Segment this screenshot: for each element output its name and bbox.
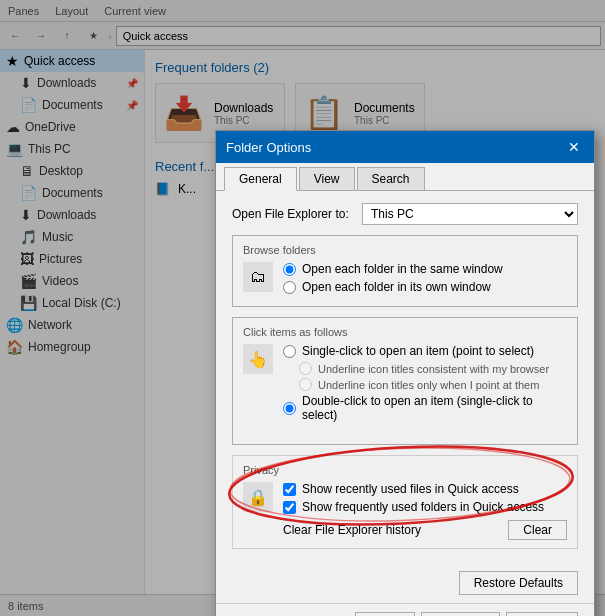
- double-click-row: Double-click to open an item (single-cli…: [283, 394, 567, 422]
- clear-label: Clear File Explorer history: [283, 523, 421, 537]
- single-click-radio[interactable]: [283, 345, 296, 358]
- restore-defaults-button[interactable]: Restore Defaults: [459, 571, 578, 595]
- underline-hover-row: Underline icon titles only when I point …: [283, 378, 567, 391]
- ok-button[interactable]: OK: [355, 612, 414, 616]
- privacy-title: Privacy: [243, 464, 567, 476]
- frequent-folders-label: Show frequently used folders in Quick ac…: [302, 500, 544, 514]
- privacy-content: 🔒 Show recently used files in Quick acce…: [243, 482, 567, 540]
- open-explorer-select[interactable]: Quick access This PC: [362, 203, 578, 225]
- tab-search[interactable]: Search: [357, 167, 425, 190]
- browse-folders-options: Open each folder in the same window Open…: [283, 262, 503, 298]
- frequent-folders-row: Show frequently used folders in Quick ac…: [283, 500, 567, 514]
- single-click-row: Single-click to open an item (point to s…: [283, 344, 567, 358]
- dialog-body: Open File Explorer to: Quick access This…: [216, 191, 594, 571]
- dialog-footer: OK Cancel Apply: [216, 603, 594, 616]
- underline-hover-radio[interactable]: [299, 378, 312, 391]
- dialog-titlebar: Folder Options ✕: [216, 131, 594, 163]
- browse-folders-icon: 🗂: [243, 262, 273, 292]
- underline-always-radio[interactable]: [299, 362, 312, 375]
- click-items-title: Click items as follows: [243, 326, 567, 338]
- recent-files-row: Show recently used files in Quick access: [283, 482, 567, 496]
- dialog-tabs: General View Search: [216, 163, 594, 191]
- underline-always-row: Underline icon titles consistent with my…: [283, 362, 567, 375]
- click-options: Single-click to open an item (point to s…: [283, 344, 567, 426]
- same-window-radio[interactable]: [283, 263, 296, 276]
- double-click-radio[interactable]: [283, 402, 296, 415]
- own-window-radio[interactable]: [283, 281, 296, 294]
- clear-row: Clear File Explorer history Clear: [283, 520, 567, 540]
- restore-row: Restore Defaults: [216, 571, 594, 603]
- tab-view[interactable]: View: [299, 167, 355, 190]
- same-window-label: Open each folder in the same window: [302, 262, 503, 276]
- folder-options-dialog: Folder Options ✕ General View Search Ope…: [215, 130, 595, 616]
- underline-hover-label: Underline icon titles only when I point …: [318, 379, 539, 391]
- dialog-title: Folder Options: [226, 140, 311, 155]
- frequent-folders-checkbox[interactable]: [283, 501, 296, 514]
- own-window-row: Open each folder in its own window: [283, 280, 503, 294]
- own-window-label: Open each folder in its own window: [302, 280, 491, 294]
- click-icon: 👆: [243, 344, 273, 374]
- underline-always-label: Underline icon titles consistent with my…: [318, 363, 549, 375]
- tab-general[interactable]: General: [224, 167, 297, 191]
- browse-folders-title: Browse folders: [243, 244, 567, 256]
- privacy-icon: 🔒: [243, 482, 273, 512]
- open-explorer-row: Open File Explorer to: Quick access This…: [232, 203, 578, 225]
- click-items-group: Click items as follows 👆 Single-click to…: [232, 317, 578, 445]
- same-window-row: Open each folder in the same window: [283, 262, 503, 276]
- double-click-label: Double-click to open an item (single-cli…: [302, 394, 567, 422]
- privacy-section: Privacy 🔒 Show recently used files in Qu…: [232, 455, 578, 549]
- browse-folders-group: Browse folders 🗂 Open each folder in the…: [232, 235, 578, 307]
- open-explorer-label: Open File Explorer to:: [232, 207, 362, 221]
- single-click-label: Single-click to open an item (point to s…: [302, 344, 534, 358]
- recent-files-label: Show recently used files in Quick access: [302, 482, 519, 496]
- clear-button[interactable]: Clear: [508, 520, 567, 540]
- cancel-button[interactable]: Cancel: [421, 612, 500, 616]
- apply-button[interactable]: Apply: [506, 612, 578, 616]
- dialog-close-button[interactable]: ✕: [564, 137, 584, 157]
- privacy-options: Show recently used files in Quick access…: [283, 482, 567, 540]
- recent-files-checkbox[interactable]: [283, 483, 296, 496]
- click-section: 👆 Single-click to open an item (point to…: [243, 344, 567, 426]
